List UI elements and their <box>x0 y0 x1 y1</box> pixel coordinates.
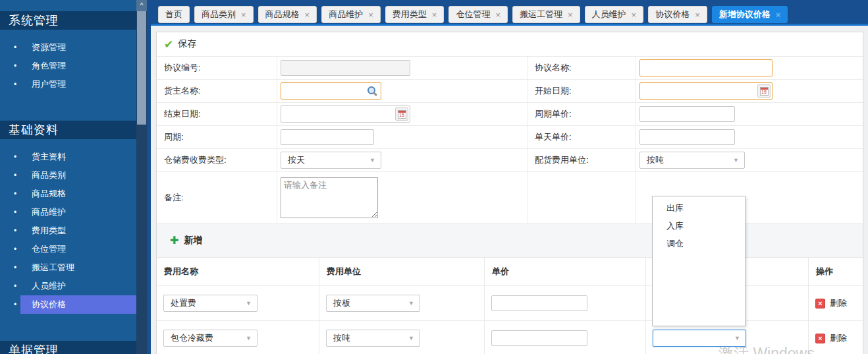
tab-close-icon[interactable]: × <box>495 11 501 19</box>
tab-9[interactable]: 新增协议价格× <box>712 6 788 23</box>
action-cell: ×删除 <box>809 286 863 321</box>
tab-2[interactable]: 商品规格× <box>258 6 317 23</box>
table-header-cell-4: 操作 <box>809 258 863 286</box>
start-date-input[interactable] <box>640 83 757 99</box>
sidebar-item-0-2[interactable]: •用户管理 <box>0 75 136 94</box>
fee-name-select-0[interactable]: 处置费▼ <box>163 295 258 312</box>
tab-close-icon[interactable]: × <box>695 11 700 19</box>
tab-close-icon[interactable]: × <box>776 11 781 19</box>
tab-label: 商品维护 <box>329 9 363 20</box>
bullet-icon: • <box>0 295 20 314</box>
detail-toolbar: ✚ 新增 <box>157 223 863 258</box>
fee-unit-select-0-value: 按板 <box>333 297 350 309</box>
tab-4[interactable]: 费用类型× <box>385 6 445 23</box>
dropdown-arrow-icon: ▼ <box>408 335 414 341</box>
sidebar-item-label: 商品规格 <box>20 185 136 203</box>
sidebar-item-label: 商品类别 <box>20 166 136 185</box>
scrollbar-thumb[interactable] <box>137 11 146 125</box>
sidebar-item-1-1[interactable]: •商品类别 <box>0 166 136 185</box>
storage-fee-type-select[interactable]: 按天 ▼ <box>281 152 381 169</box>
fee-unit-select-1[interactable]: 按吨▼ <box>326 330 420 347</box>
tab-label: 搬运工管理 <box>520 9 562 20</box>
save-button[interactable]: ✔ 保存 <box>164 38 196 51</box>
dropdown-option-0[interactable]: 出库 <box>653 199 745 217</box>
sidebar-item-label: 协议价格 <box>20 295 136 314</box>
tab-0[interactable]: 首页 <box>158 6 190 23</box>
delivery-fee-unit-select[interactable]: 按吨 ▼ <box>639 152 745 169</box>
sidebar-section-title-0: 系统管理 <box>0 11 136 30</box>
sidebar-item-0-1[interactable]: •角色管理 <box>0 57 136 75</box>
end-date-calendar-button[interactable]: 15 <box>395 107 408 121</box>
sidebar-scrollbar[interactable]: ^ <box>136 0 147 354</box>
fee-name-cell: 处置费▼ <box>157 286 319 321</box>
sidebar-item-1-3[interactable]: •商品维护 <box>0 203 136 221</box>
sidebar-item-1-8[interactable]: •协议价格 <box>0 295 136 314</box>
storage-fee-type-label: 仓储费收费类型: <box>157 149 277 171</box>
unit-price-cell <box>485 286 646 321</box>
sidebar-item-1-0[interactable]: •货主资料 <box>0 148 136 166</box>
tab-8[interactable]: 协议价格× <box>648 6 707 23</box>
sidebar-item-label: 用户管理 <box>20 75 136 94</box>
delete-button-0[interactable]: ×删除 <box>815 297 847 309</box>
bullet-icon: • <box>0 258 20 277</box>
tab-6[interactable]: 搬运工管理× <box>512 6 580 23</box>
bullet-icon: • <box>0 221 20 240</box>
cycle-field[interactable] <box>281 129 374 145</box>
owner-name-field[interactable] <box>281 82 381 100</box>
save-button-label: 保存 <box>178 38 196 50</box>
sidebar-item-1-5[interactable]: •仓位管理 <box>0 240 136 258</box>
delete-button-1[interactable]: ×删除 <box>815 332 847 344</box>
bullet-icon: • <box>0 148 20 166</box>
dropdown-arrow-icon: ▼ <box>246 335 252 341</box>
up-arrow-icon: ^ <box>140 2 144 9</box>
tab-close-icon[interactable]: × <box>241 11 246 19</box>
search-icon[interactable] <box>367 86 377 96</box>
unit-price-field-1[interactable] <box>491 330 587 346</box>
remark-field[interactable] <box>281 177 378 218</box>
tab-label: 费用类型 <box>393 9 427 20</box>
fee-unit-cell: 按板▼ <box>319 286 485 321</box>
dropdown-option-2[interactable]: 调仓 <box>653 235 745 252</box>
tab-7[interactable]: 人员维护× <box>585 6 644 23</box>
sidebar-item-1-7[interactable]: •人员维护 <box>0 277 136 295</box>
fee-unit-select-0[interactable]: 按板▼ <box>326 295 420 312</box>
day-price-field[interactable] <box>639 129 735 145</box>
agreement-name-field[interactable] <box>639 59 773 76</box>
unit-price-field-0[interactable] <box>491 295 587 311</box>
cycle-price-label: 周期单价: <box>528 103 636 125</box>
tabbar-accent-strip <box>151 24 868 26</box>
scroll-up-button[interactable]: ^ <box>136 0 147 11</box>
fee-name-cell: 包仓冷藏费▼ <box>157 321 319 354</box>
sidebar-item-1-2[interactable]: •商品规格 <box>0 185 136 203</box>
sidebar-item-label: 搬运工管理 <box>20 258 136 277</box>
add-row-button[interactable]: ✚ 新增 <box>170 234 202 247</box>
tab-1[interactable]: 商品类别× <box>194 6 254 23</box>
owner-name-input[interactable] <box>281 83 367 99</box>
tab-5[interactable]: 仓位管理× <box>448 6 508 23</box>
sidebar-item-1-4[interactable]: •费用类型 <box>0 221 136 240</box>
end-date-input[interactable] <box>281 106 395 122</box>
sidebar-section-title-1: 基础资料 <box>0 121 136 139</box>
cycle-price-field[interactable] <box>639 106 735 122</box>
table-header-cell-2: 单价 <box>485 258 646 286</box>
sidebar-item-label: 商品维护 <box>20 203 136 221</box>
fee-name-select-1[interactable]: 包仓冷藏费▼ <box>163 330 258 347</box>
tab-3[interactable]: 商品维护× <box>321 6 381 23</box>
start-date-calendar-button[interactable]: 15 <box>757 84 771 98</box>
tab-close-icon[interactable]: × <box>368 11 373 19</box>
sidebar-item-label: 货主资料 <box>20 148 136 166</box>
check-icon: ✔ <box>164 38 173 51</box>
end-date-field[interactable]: 15 <box>281 105 410 123</box>
delivery-fee-unit-value: 按吨 <box>647 154 664 166</box>
dropdown-arrow-icon: ▼ <box>733 157 739 163</box>
sidebar-item-0-0[interactable]: •资源管理 <box>0 38 136 57</box>
tab-close-icon[interactable]: × <box>632 11 637 19</box>
sidebar-section-list-0: •资源管理•角色管理•用户管理 <box>0 30 136 109</box>
start-date-field[interactable]: 15 <box>639 82 773 100</box>
dropdown-option-1[interactable]: 入库 <box>653 217 745 235</box>
sidebar-item-label: 费用类型 <box>20 221 136 240</box>
tab-close-icon[interactable]: × <box>305 11 310 19</box>
tab-close-icon[interactable]: × <box>432 11 437 19</box>
sidebar-item-1-6[interactable]: •搬运工管理 <box>0 258 136 277</box>
tab-close-icon[interactable]: × <box>568 11 573 19</box>
